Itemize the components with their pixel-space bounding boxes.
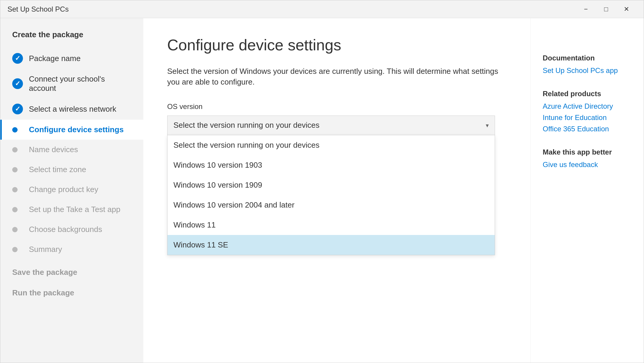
sidebar-item-connect-school[interactable]: Connect your school's account	[0, 69, 143, 98]
inactive-dot-indicator	[12, 187, 18, 192]
feedback-link[interactable]: Give us feedback	[543, 161, 632, 169]
sidebar-item-label: Change product key	[29, 185, 98, 194]
step-indicator-completed	[12, 53, 23, 64]
step-indicator-completed	[12, 78, 23, 89]
sidebar-item-label: Configure device settings	[29, 125, 124, 134]
page-title: Configure device settings	[167, 36, 507, 54]
feedback-heading: Make this app better	[543, 148, 632, 156]
office365-link[interactable]: Office 365 Education	[543, 125, 632, 133]
app-body: Create the package Package name Connect …	[0, 18, 644, 363]
documentation-link[interactable]: Set Up School PCs app	[543, 66, 632, 75]
sidebar-item-label: Name devices	[29, 145, 78, 154]
intune-link[interactable]: Intune for Education	[543, 113, 632, 122]
sidebar-item-label: Choose backgrounds	[29, 225, 102, 234]
sidebar-item-label: Summary	[29, 245, 62, 254]
inactive-dot-indicator	[12, 167, 18, 172]
app-title: Set Up School PCs	[7, 5, 576, 13]
active-dot-indicator	[12, 127, 18, 133]
os-version-label: OS version	[167, 102, 507, 111]
step-indicator-completed	[12, 104, 23, 114]
inactive-dot-indicator	[12, 147, 18, 152]
minimize-button[interactable]: −	[576, 0, 596, 18]
sidebar-item-select-time-zone[interactable]: Select time zone	[0, 160, 143, 180]
maximize-button[interactable]: □	[596, 0, 616, 18]
sidebar-item-summary[interactable]: Summary	[0, 239, 143, 259]
close-button[interactable]: ✕	[616, 0, 637, 18]
inactive-dot-indicator	[12, 227, 18, 232]
sidebar-item-label: Connect your school's account	[29, 74, 131, 93]
page-description: Select the version of Windows your devic…	[167, 66, 507, 88]
checkmark-icon	[15, 54, 20, 62]
sidebar-item-take-a-test[interactable]: Set up the Take a Test app	[0, 200, 143, 219]
inactive-dot-indicator	[12, 247, 18, 252]
sidebar-item-package-name[interactable]: Package name	[0, 48, 143, 69]
sidebar-item-wireless-network[interactable]: Select a wireless network	[0, 98, 143, 120]
sidebar-item-configure-device[interactable]: Configure device settings	[0, 120, 143, 140]
sidebar-item-label: Package name	[29, 54, 80, 63]
sidebar-item-name-devices[interactable]: Name devices	[0, 140, 143, 160]
os-version-dropdown[interactable]: Select the version running on your devic…	[167, 116, 495, 135]
sidebar-item-label: Select time zone	[29, 165, 86, 174]
documentation-section: Documentation Set Up School PCs app	[543, 54, 632, 75]
dropdown-arrow-icon: ▾	[486, 122, 489, 129]
azure-ad-link[interactable]: Azure Active Directory	[543, 102, 632, 110]
dropdown-list: Select the version running on your devic…	[167, 135, 495, 255]
sidebar-item-choose-backgrounds[interactable]: Choose backgrounds	[0, 219, 143, 239]
save-package-heading: Save the package	[0, 259, 143, 280]
documentation-heading: Documentation	[543, 54, 632, 62]
dropdown-option-win10-1903[interactable]: Windows 10 version 1903	[167, 155, 495, 175]
run-package-heading: Run the package	[0, 280, 143, 300]
feedback-section: Make this app better Give us feedback	[543, 148, 632, 169]
dropdown-selected-value: Select the version running on your devic…	[173, 121, 319, 130]
sidebar-item-change-product-key[interactable]: Change product key	[0, 180, 143, 200]
dropdown-option-placeholder[interactable]: Select the version running on your devic…	[167, 135, 495, 155]
checkmark-icon	[15, 105, 20, 113]
os-version-dropdown-container: Select the version running on your devic…	[167, 116, 495, 135]
checkmark-icon	[15, 80, 20, 88]
dropdown-option-win10-1909[interactable]: Windows 10 version 1909	[167, 175, 495, 195]
related-products-heading: Related products	[543, 90, 632, 98]
sidebar: Create the package Package name Connect …	[0, 18, 143, 363]
main-content: Configure device settings Select the ver…	[143, 18, 530, 363]
sidebar-item-label: Select a wireless network	[29, 105, 116, 114]
inactive-dot-indicator	[12, 207, 18, 212]
sidebar-item-label: Set up the Take a Test app	[29, 205, 120, 214]
dropdown-option-win11[interactable]: Windows 11	[167, 215, 495, 235]
app-window: Set Up School PCs − □ ✕ Create the packa…	[0, 0, 644, 363]
dropdown-option-win11-se[interactable]: Windows 11 SE	[167, 235, 495, 255]
right-panel: Documentation Set Up School PCs app Rela…	[530, 18, 644, 363]
window-controls: − □ ✕	[576, 0, 637, 18]
title-bar: Set Up School PCs − □ ✕	[0, 0, 644, 18]
dropdown-option-win10-2004[interactable]: Windows 10 version 2004 and later	[167, 195, 495, 215]
related-products-section: Related products Azure Active Directory …	[543, 90, 632, 133]
create-package-heading: Create the package	[0, 30, 143, 39]
